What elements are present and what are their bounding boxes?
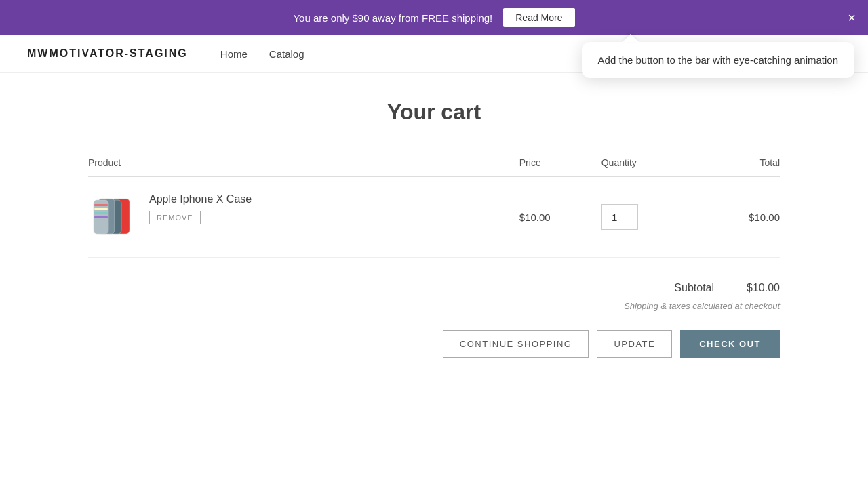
cart-table: Product Price Quantity Total [88,157,780,258]
update-button[interactable]: UPDATE [597,330,672,358]
quantity-input[interactable] [601,204,638,230]
read-more-button[interactable]: Read More [503,8,574,27]
product-image [88,193,136,241]
remove-button[interactable]: REMOVE [149,211,201,224]
col-quantity: Quantity [601,157,698,177]
table-row: Apple Iphone X Case REMOVE $10.00 $10.00 [88,177,780,258]
cart-actions: CONTINUE SHOPPING UPDATE CHECK OUT [88,330,780,358]
tooltip-text: Add the button to the bar with eye-catch… [598,54,838,66]
page-title: Your cart [88,100,780,125]
continue-shopping-button[interactable]: CONTINUE SHOPPING [443,330,589,358]
subtotal-value: $10.00 [747,282,780,294]
site-logo: MWMOTIVATOR-STAGING [27,47,188,60]
nav-catalog[interactable]: Catalog [269,48,304,60]
product-info: Apple Iphone X Case REMOVE [149,193,252,224]
checkout-button[interactable]: CHECK OUT [680,330,780,358]
shipping-note: Shipping & taxes calculated at checkout [624,301,780,311]
product-cell: Apple Iphone X Case REMOVE [88,193,519,241]
nav-home[interactable]: Home [220,48,248,60]
product-total: $10.00 [698,177,780,258]
product-name: Apple Iphone X Case [149,193,252,205]
subtotal-row: Subtotal $10.00 [674,282,780,294]
svg-rect-7 [94,216,108,218]
tooltip-bubble: Add the button to the bar with eye-catch… [582,42,854,78]
svg-rect-5 [94,208,108,210]
product-price: $10.00 [519,177,601,258]
svg-rect-4 [94,204,108,206]
main-nav: Home Catalog [220,48,304,60]
close-announcement-button[interactable]: × [848,11,856,24]
col-total: Total [698,157,780,177]
col-price: Price [519,157,601,177]
subtotal-label: Subtotal [674,282,714,294]
svg-rect-6 [94,212,108,214]
subtotal-area: Subtotal $10.00 Shipping & taxes calcula… [88,282,780,311]
announcement-bar: You are only $90 away from FREE shipping… [0,0,868,35]
col-product: Product [88,157,519,177]
cart-page: Your cart Product Price Quantity Total [61,73,807,412]
announcement-text: You are only $90 away from FREE shipping… [293,12,492,24]
